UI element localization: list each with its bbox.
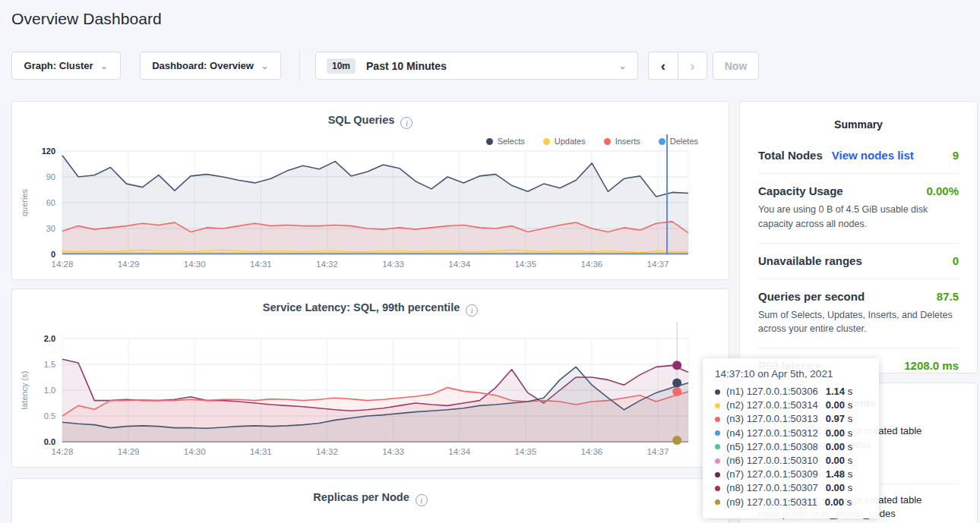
tooltip-node-value: 1.48 s — [826, 468, 852, 481]
time-range-dropdown[interactable]: 10m Past 10 Minutes ⌄ — [315, 52, 638, 80]
summary-divider — [758, 279, 959, 279]
tooltip-node-row: (n5) 127.0.0.1:503080.00 s — [715, 440, 867, 454]
svg-text:14:37: 14:37 — [647, 447, 669, 456]
svg-text:14:32: 14:32 — [316, 260, 338, 269]
svg-text:60: 60 — [46, 198, 55, 207]
time-range-badge: 10m — [327, 58, 356, 74]
tooltip-node-value: 0.00 s — [826, 454, 852, 468]
replicas-per-node-panel: Replicas per Nodei — [11, 478, 729, 523]
svg-text:14:30: 14:30 — [184, 260, 206, 269]
svg-text:latency (s): latency (s) — [20, 371, 29, 410]
svg-text:14:37: 14:37 — [647, 260, 669, 269]
svg-text:2.0: 2.0 — [44, 334, 55, 343]
tooltip-node-value: 0.00 s — [826, 399, 852, 412]
tooltip-node-label: (n3) 127.0.0.1:50313 — [726, 412, 818, 426]
svg-text:14:34: 14:34 — [448, 260, 470, 269]
tooltip-node-label: (n2) 127.0.0.1:50314 — [726, 399, 818, 412]
replicas-per-node-title: Replicas per Nodei — [12, 491, 729, 506]
summary-metric-value: 9 — [953, 149, 959, 162]
tooltip-timestamp: 14:37:10 on Apr 5th, 2021 — [715, 368, 867, 380]
service-latency-panel: Service Latency: SQL, 99th percentilei 1… — [11, 288, 729, 468]
svg-text:14:34: 14:34 — [448, 447, 470, 456]
svg-text:14:33: 14:33 — [382, 260, 404, 269]
summary-title: Summary — [758, 118, 959, 131]
series-dot-icon — [715, 430, 720, 436]
svg-text:14:28: 14:28 — [52, 447, 74, 456]
chevron-down-icon: ⌄ — [618, 63, 627, 69]
summary-row: Capacity Usage0.00%You are using 0 B of … — [758, 184, 959, 232]
tooltip-node-row: (n4) 127.0.0.1:503120.00 s — [715, 427, 867, 440]
tooltip-node-row: (n6) 127.0.0.1:503100.00 s — [715, 454, 867, 468]
time-prev-button[interactable]: ‹ — [648, 52, 678, 80]
summary-metric-label: Queries per second — [758, 290, 865, 303]
summary-metric-value: 0 — [953, 254, 959, 267]
tooltip-node-value: 0.97 s — [826, 412, 852, 426]
tooltip-node-value: 1.14 s — [826, 385, 852, 399]
summary-divider — [758, 348, 959, 348]
series-dot-icon — [715, 472, 720, 477]
tooltip-node-value: 0.00 s — [826, 440, 852, 454]
now-button[interactable]: Now — [713, 52, 759, 80]
summary-row: Unavailable ranges0 — [758, 254, 959, 267]
summary-row: Total NodesView nodes list9 — [758, 149, 959, 162]
tooltip-node-row: (n2) 127.0.0.1:503140.00 s — [715, 399, 867, 412]
tooltip-node-label: (n1) 127.0.0.1:50306 — [726, 385, 818, 399]
svg-text:14:29: 14:29 — [118, 447, 140, 456]
time-next-button[interactable]: › — [678, 52, 707, 80]
tooltip-node-label: (n8) 127.0.0.1:50307 — [726, 481, 818, 495]
graph-scope-dropdown[interactable]: Graph: Cluster ⌄ — [11, 52, 121, 80]
svg-text:14:36: 14:36 — [580, 447, 602, 456]
service-latency-chart[interactable]: 14:2814:2914:3014:3114:3214:3314:3414:35… — [12, 289, 730, 468]
tooltip-node-row: (n9) 127.0.0.1:503110.00 s — [715, 496, 867, 509]
tooltip-node-row: (n1) 127.0.0.1:503061.14 s — [715, 385, 867, 399]
series-dot-icon — [715, 486, 720, 491]
series-dot-icon — [715, 444, 720, 449]
tooltip-node-label: (n5) 127.0.0.1:50308 — [726, 440, 818, 454]
tooltip-node-row: (n3) 127.0.0.1:503130.97 s — [715, 412, 867, 426]
series-dot-icon — [715, 417, 720, 422]
tooltip-node-value: 0.00 s — [826, 481, 852, 495]
graph-scope-label: Graph: Cluster — [24, 60, 93, 71]
svg-text:14:28: 14:28 — [52, 260, 74, 269]
summary-divider — [758, 243, 959, 244]
svg-text:14:33: 14:33 — [382, 447, 404, 456]
time-nav-group: ‹ › — [648, 52, 707, 80]
series-dot-icon — [715, 403, 720, 408]
chevron-down-icon: ⌄ — [100, 63, 109, 69]
time-range-label: Past 10 Minutes — [366, 60, 447, 72]
tooltip-node-row: (n7) 127.0.0.1:503091.48 s — [715, 468, 867, 481]
tooltip-date: on Apr 5th, 2021 — [757, 368, 833, 380]
summary-metric-description: Sum of Selects, Updates, Inserts, and De… — [758, 308, 959, 337]
svg-text:14:35: 14:35 — [514, 260, 536, 269]
dashboard-dropdown[interactable]: Dashboard: Overview ⌄ — [140, 52, 281, 80]
tooltip-node-value: 0.00 s — [826, 427, 852, 440]
sql-queries-chart[interactable]: 14:2814:2914:3014:3114:3214:3314:3414:35… — [12, 102, 730, 281]
series-dot-icon — [715, 499, 720, 505]
chart-title-text: Replicas per Node — [313, 491, 409, 503]
summary-panel: Summary Total NodesView nodes list9Capac… — [739, 101, 978, 373]
info-icon[interactable]: i — [416, 494, 428, 506]
svg-text:14:30: 14:30 — [184, 447, 206, 456]
tooltip-time: 14:37:10 — [715, 368, 757, 380]
page-title: Overview Dashboard — [11, 10, 162, 28]
toolbar-divider — [299, 50, 300, 80]
svg-text:1.5: 1.5 — [44, 360, 55, 369]
svg-text:90: 90 — [46, 172, 55, 181]
view-nodes-list-link[interactable]: View nodes list — [832, 149, 914, 162]
summary-metric-value: 1208.0 ms — [904, 359, 959, 372]
summary-metric-value: 0.00% — [926, 184, 959, 197]
dashboard-label: Dashboard: Overview — [152, 60, 254, 71]
svg-text:0.5: 0.5 — [44, 411, 55, 421]
tooltip-node-value: 0.00 s — [825, 496, 852, 509]
summary-metric-label: Unavailable ranges — [758, 254, 862, 267]
tooltip-node-label: (n7) 127.0.0.1:50309 — [726, 468, 818, 481]
series-dot-icon — [715, 458, 720, 464]
summary-divider — [758, 173, 959, 174]
svg-text:14:36: 14:36 — [580, 260, 602, 269]
svg-text:queries: queries — [20, 188, 29, 216]
summary-row: Queries per second87.5Sum of Selects, Up… — [758, 290, 959, 337]
series-dot-icon — [715, 389, 720, 395]
svg-text:0.0: 0.0 — [44, 437, 55, 446]
summary-metric-label: Total Nodes — [758, 149, 823, 162]
svg-text:14:32: 14:32 — [316, 447, 338, 456]
